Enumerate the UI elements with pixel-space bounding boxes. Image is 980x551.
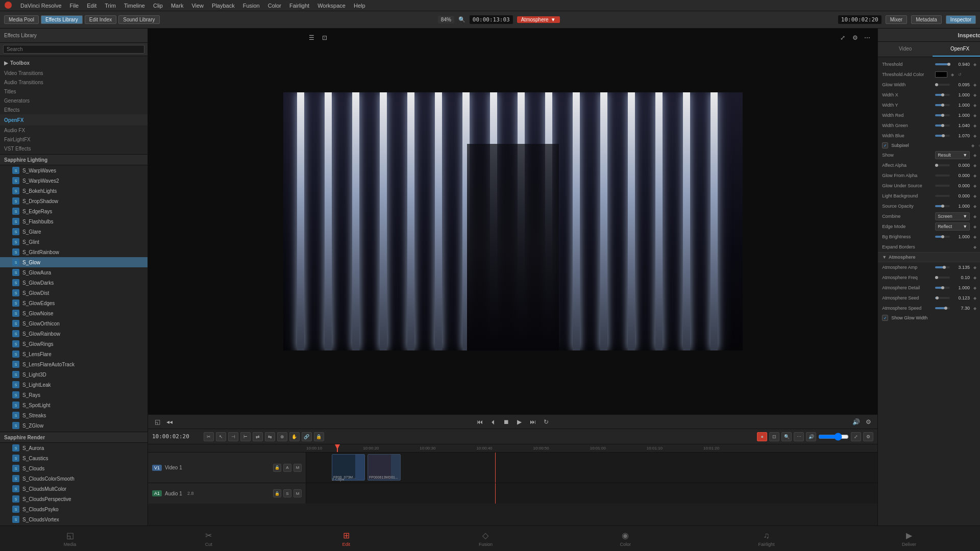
list-item[interactable]: S S_GlowRings — [0, 339, 148, 349]
nav-color[interactable]: ◉ Color — [609, 529, 641, 549]
bb-slider[interactable] — [935, 236, 950, 238]
nav-media[interactable]: ◱ Media — [54, 529, 87, 549]
tl-zoom-fit-button[interactable]: ⊡ — [769, 432, 779, 441]
kf-atm-amp[interactable]: ◆ — [972, 264, 978, 270]
list-item[interactable]: S S_GlowEdges — [0, 298, 148, 308]
kf-edge[interactable]: ◆ — [972, 223, 978, 230]
kf-btn-4[interactable]: ◆ — [972, 92, 978, 98]
list-item[interactable]: S S_Flashbulbs — [0, 216, 148, 227]
menu-item-help[interactable]: Help — [354, 3, 365, 9]
tl-more-button[interactable]: ⋯ — [794, 432, 804, 441]
combine-dropdown[interactable]: Screen ▼ — [935, 212, 970, 220]
list-item[interactable]: S S_GlowRainbow — [0, 329, 148, 339]
list-item[interactable]: S S_GlowNoise — [0, 308, 148, 318]
openfx-header[interactable]: OpenFX — [0, 114, 148, 126]
nav-edit[interactable]: ⊞ Edit — [331, 529, 361, 549]
list-item[interactable]: S S_BokehLights — [0, 186, 148, 196]
mixer-button[interactable]: Mixer — [886, 15, 907, 24]
preview-fullscreen-button[interactable]: ⤢ — [838, 33, 848, 43]
prev-frame-button[interactable]: ◂◂ — [164, 417, 175, 427]
menu-item-view[interactable]: View — [191, 3, 204, 9]
stop-button[interactable]: ⏹ — [501, 417, 511, 427]
tab-openfx[interactable]: OpenFX — [933, 42, 980, 57]
reset-button-2[interactable]: ↺ — [957, 71, 963, 78]
list-item[interactable]: S S_Glare — [0, 227, 148, 237]
loop-button[interactable]: ↻ — [541, 417, 551, 427]
tl-fullscreen-button[interactable]: ⤢ — [851, 432, 861, 441]
affect-alpha-slider[interactable] — [935, 164, 950, 166]
nav-deliver[interactable]: ▶ Deliver — [892, 529, 926, 549]
menu-item-fusion[interactable]: Fusion — [243, 3, 260, 9]
audio-track-content[interactable] — [306, 483, 877, 504]
tl-record-button[interactable]: ● — [757, 432, 767, 441]
kf-btn-sub[interactable]: ◆ — [970, 142, 976, 148]
so-slider[interactable] — [935, 205, 950, 207]
list-item[interactable]: S S_CloudsPsyko — [0, 504, 148, 514]
list-item[interactable]: S S_GlowDarks — [0, 278, 148, 288]
sapphire-render-header[interactable]: Sapphire Render — [0, 432, 148, 443]
kf-atm-freq[interactable]: ◆ — [972, 274, 978, 281]
skip-start-button[interactable]: ⏮ — [475, 417, 485, 427]
kf-atm-seed[interactable]: ◆ — [972, 295, 978, 301]
keyframe-button-3[interactable]: ◆ — [972, 82, 978, 88]
subpixel-checkbox[interactable]: ✓ — [882, 142, 888, 148]
list-item[interactable]: S S_Clouds — [0, 463, 148, 473]
atm-amp-slider[interactable] — [935, 266, 950, 268]
kf-btn-5[interactable]: ◆ — [972, 102, 978, 108]
list-item[interactable]: S S_Aurora — [0, 443, 148, 453]
keyframe-button-2[interactable]: ◆ — [949, 71, 955, 78]
lb-slider[interactable] — [935, 195, 950, 197]
atmosphere-badge[interactable]: Atmosphere ▼ — [517, 16, 560, 23]
generators-item[interactable]: Generators — [0, 96, 148, 105]
video-transitions-item[interactable]: Video Transitions — [0, 68, 148, 78]
tl-raze-button[interactable]: ⊗ — [277, 432, 287, 441]
list-item[interactable]: S S_GlowOrthicon — [0, 318, 148, 329]
search-input[interactable] — [3, 45, 144, 54]
toolbox-header[interactable]: ▶ Toolbox — [0, 57, 148, 68]
atm-speed-slider[interactable] — [935, 307, 950, 309]
tl-settings-button[interactable]: ⚙ — [863, 432, 873, 441]
track-auto-button[interactable]: A — [283, 464, 291, 472]
kf-gus[interactable]: ◆ — [972, 183, 978, 189]
clip-block[interactable]: FP000613MD01... — [368, 454, 401, 481]
show-glow-width-checkbox[interactable]: ✓ — [882, 315, 888, 321]
titles-item[interactable]: Titles — [0, 87, 148, 96]
list-item[interactable]: S S_Caustics — [0, 453, 148, 463]
edit-index-button[interactable]: Edit Index — [85, 15, 116, 24]
width-x-slider[interactable] — [935, 94, 950, 96]
track-mute-button[interactable]: M — [293, 464, 302, 472]
menu-item-davinci[interactable]: DaVinci Resolve — [20, 3, 62, 9]
vst-effects-item[interactable]: VST Effects — [0, 144, 148, 153]
width-green-slider[interactable] — [935, 124, 950, 127]
menu-item-file[interactable]: File — [70, 3, 79, 9]
tl-cut-button[interactable]: ✂ — [204, 432, 214, 441]
kf-combine[interactable]: ◆ — [972, 213, 978, 219]
list-item[interactable]: S S_LensFlareAutoTrack — [0, 359, 148, 369]
list-item[interactable]: S S_GlowDist — [0, 288, 148, 298]
kf-aa[interactable]: ◆ — [972, 162, 978, 168]
edge-mode-dropdown[interactable]: Reflect ▼ — [935, 222, 970, 231]
preview-more-button[interactable]: ⋯ — [862, 33, 872, 43]
tl-hand-button[interactable]: ✋ — [289, 432, 300, 441]
tl-snapping-button[interactable]: 🔒 — [314, 432, 324, 441]
kf-gfa[interactable]: ◆ — [972, 172, 978, 179]
menu-item-workspace[interactable]: Workspace — [317, 3, 346, 9]
gus-slider[interactable] — [935, 185, 950, 187]
audio-button[interactable]: 🔊 — [851, 417, 861, 427]
tl-magnify-button[interactable]: 🔍 — [781, 432, 792, 441]
audio-track-mute[interactable]: M — [293, 489, 302, 497]
list-item[interactable]: S S_GlowAura — [0, 267, 148, 278]
atm-seed-slider[interactable] — [935, 297, 950, 299]
track-lock-button[interactable]: 🔒 — [273, 464, 281, 472]
menu-item-fairlight[interactable]: Fairlight — [289, 3, 309, 9]
list-item[interactable]: S S_LensFlare — [0, 349, 148, 359]
color-swatch[interactable] — [935, 71, 947, 78]
kf-bb[interactable]: ◆ — [972, 234, 978, 240]
nav-fusion[interactable]: ◇ Fusion — [469, 529, 503, 549]
list-item[interactable]: S S_Rays — [0, 390, 148, 400]
preview-clip-button[interactable]: ◱ — [152, 417, 162, 427]
effects-library-button[interactable]: Effects Library — [41, 15, 83, 24]
list-item[interactable]: S S_Light3D — [0, 369, 148, 380]
kf-eb[interactable]: ◆ — [972, 244, 978, 250]
list-item[interactable]: S S_CloudsMultColor — [0, 484, 148, 494]
